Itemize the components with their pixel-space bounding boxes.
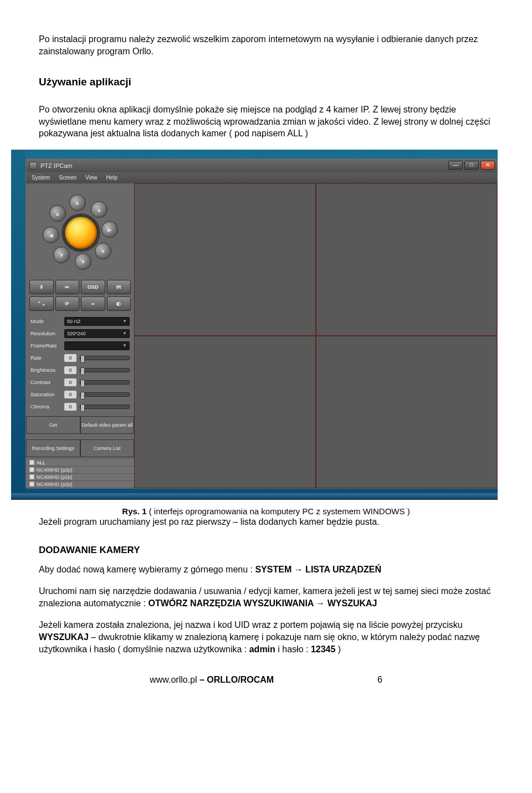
ptz-nw-icon[interactable]: ▲ <box>49 205 65 222</box>
ptz-center-button[interactable] <box>64 216 98 250</box>
checkbox-icon[interactable] <box>29 460 34 465</box>
usage-heading: Używanie aplikacji <box>39 76 493 88</box>
chevron-down-icon: ▼ <box>122 331 127 336</box>
ptz-se-icon[interactable]: ▼ <box>95 243 111 259</box>
chroma-value: 0 <box>64 403 76 411</box>
chevron-down-icon: ▼ <box>122 319 127 324</box>
btn-refresh[interactable]: ⟳ <box>55 296 80 311</box>
get-button[interactable]: Get <box>26 416 80 434</box>
ptz-sw-icon[interactable]: ▼ <box>53 247 70 263</box>
add-camera-step3: Jeżeli kamera została znaleziona, jej na… <box>39 619 493 655</box>
first-run-note: Jeżeli program uruchamiany jest po raz p… <box>39 516 493 528</box>
usage-paragraph: Po otworzeniu okna aplikacji domyślnie p… <box>39 104 493 140</box>
camera-list-all[interactable]: ALL <box>26 459 134 467</box>
camera-list-item[interactable]: NC400HD (p2p) <box>26 481 134 488</box>
framerate-select[interactable]: ▼ <box>64 341 130 350</box>
resolution-select[interactable]: 320*240▼ <box>64 329 130 338</box>
menu-screen[interactable]: Screen <box>59 175 76 181</box>
camera-list: ALL NC400HD (p2p) NC400HD (p2p) NC400HD … <box>26 459 134 488</box>
chevron-down-icon: ▼ <box>122 343 127 348</box>
mode-select[interactable]: 50 HZ▼ <box>64 317 130 326</box>
framerate-label: FrameRate <box>30 342 61 349</box>
brightness-slider[interactable] <box>80 368 130 372</box>
saturation-label: Saturation <box>30 391 61 397</box>
menu-system[interactable]: System <box>32 175 50 181</box>
ptz-left-icon[interactable]: ◀ <box>43 227 59 243</box>
figure-caption: Rys. 1 ( interfejs oprogramowania na kom… <box>39 507 493 516</box>
brightness-label: Brightness <box>30 367 61 373</box>
btn-ir[interactable]: IR <box>107 280 131 294</box>
video-cell[interactable] <box>134 336 316 488</box>
ptz-control[interactable]: ▲ ▲ ▶ ▼ ▼ ▼ ◀ ▲ <box>26 186 134 279</box>
page-number: 6 <box>377 675 382 684</box>
chroma-label: Chroma <box>30 403 61 410</box>
minimize-button[interactable]: — <box>448 161 463 170</box>
video-cell[interactable] <box>134 183 316 336</box>
chroma-slider[interactable] <box>80 405 130 409</box>
btn-focus[interactable]: ∞ <box>81 296 105 311</box>
saturation-value: 0 <box>64 391 76 398</box>
rate-label: Rate <box>30 355 61 361</box>
btn-patrol[interactable]: ⌃⌄ <box>29 296 54 311</box>
camera-list-item[interactable]: NC400HD (p2p) <box>26 467 134 474</box>
btn-osd[interactable]: OSD <box>81 280 105 294</box>
add-camera-step1: Aby dodać nową kamerę wybieramy z górneg… <box>39 564 493 576</box>
brightness-value: 0 <box>64 366 76 374</box>
menu-help[interactable]: Help <box>106 175 118 181</box>
video-grid <box>134 183 497 488</box>
video-cell[interactable] <box>316 183 498 336</box>
add-camera-heading: DODAWANIE KAMERY <box>39 545 493 556</box>
ptz-down-icon[interactable]: ▼ <box>75 253 91 270</box>
sidebar: ▲ ▲ ▶ ▼ ▼ ▼ ◀ ▲ ⇕ ⇔ <box>26 183 134 488</box>
default-param-button[interactable]: Default video param all <box>80 416 135 434</box>
camera-list-button[interactable]: Camera List <box>80 439 135 457</box>
intro-paragraph: Po instalacji programu należy zezwolić w… <box>39 33 493 57</box>
app-window: PTZ IPCam — □ ✕ System Screen View Help … <box>25 158 498 489</box>
titlebar: PTZ IPCam — □ ✕ <box>26 159 497 172</box>
app-icon <box>29 162 37 170</box>
checkbox-icon[interactable] <box>29 474 34 479</box>
recording-settings-button[interactable]: Recording Settings <box>26 439 80 457</box>
page-footer: www.orllo.pl – ORLLO/ROCAM 6 <box>39 675 493 685</box>
contrast-value: 0 <box>64 378 76 386</box>
video-cell[interactable] <box>316 336 498 488</box>
btn-vertical-flip[interactable]: ⇕ <box>29 280 54 294</box>
checkbox-icon[interactable] <box>29 482 34 487</box>
rate-value: 0 <box>64 354 76 362</box>
checkbox-icon[interactable] <box>29 467 34 472</box>
mode-label: Mode <box>30 318 61 324</box>
btn-iris[interactable]: ◐ <box>107 296 131 311</box>
ptz-right-icon[interactable]: ▶ <box>101 221 118 238</box>
saturation-slider[interactable] <box>80 392 130 397</box>
app-screenshot: PTZ IPCam — □ ✕ System Screen View Help … <box>11 150 498 500</box>
contrast-label: Contrast <box>30 379 61 385</box>
btn-horizontal-flip[interactable]: ⇔ <box>55 280 80 294</box>
maximize-button[interactable]: □ <box>464 161 479 170</box>
camera-list-item[interactable]: NC400HD (p2p) <box>26 474 134 481</box>
menu-view[interactable]: View <box>85 175 98 181</box>
menubar: System Screen View Help <box>26 172 497 183</box>
ptz-ne-icon[interactable]: ▲ <box>90 201 107 218</box>
window-title: PTZ IPCam <box>40 162 72 169</box>
rate-slider[interactable] <box>80 356 130 360</box>
resolution-label: Resolution <box>30 330 61 336</box>
add-camera-step2: Uruchomi nam się narzędzie dodawania / u… <box>39 585 493 609</box>
contrast-slider[interactable] <box>80 380 130 385</box>
close-button[interactable]: ✕ <box>480 161 495 170</box>
